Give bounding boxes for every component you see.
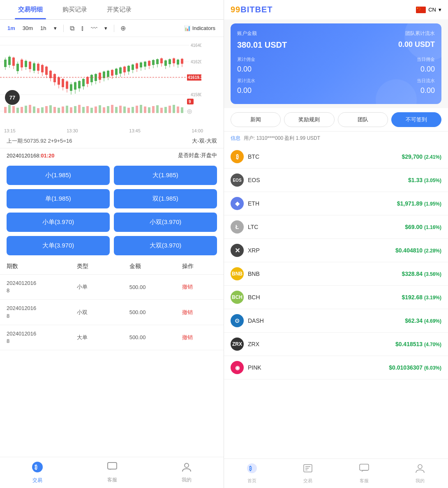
right-nav-service[interactable]: 客服	[359, 463, 369, 484]
team-button[interactable]: 团队	[338, 112, 388, 127]
bet-buttons-grid: 小(1.985) 大(1.985) 单(1.985) 双(1.985) 小单(3…	[0, 162, 224, 259]
tab-lottery-record[interactable]: 开奖记录	[97, 0, 141, 19]
svg-rect-72	[41, 65, 44, 72]
eth-price: $1,971.89 (1.95%)	[397, 200, 441, 207]
btc-icon: ₿	[231, 150, 244, 163]
bch-price: $192.68 (3.19%)	[402, 294, 441, 301]
nav-profile-label: 我的	[182, 476, 192, 483]
svg-rect-94	[86, 77, 89, 84]
svg-rect-96	[90, 75, 93, 82]
svg-rect-29	[86, 106, 89, 113]
rewards-button[interactable]: 奖励规则	[284, 112, 334, 127]
right-nav-profile-label: 我的	[416, 478, 425, 484]
svg-rect-43	[144, 106, 146, 113]
bet-large[interactable]: 大(1.985)	[114, 166, 217, 185]
bet-large-even[interactable]: 大双(3.970)	[114, 236, 217, 255]
svg-rect-50	[173, 105, 175, 113]
cum-flow-label: 累计流水	[237, 78, 255, 84]
bet-small-odd[interactable]: 小单(3.970)	[7, 213, 110, 232]
svg-rect-31	[95, 106, 97, 113]
row3-cancel[interactable]: 撤销	[182, 334, 217, 341]
crypto-xrp[interactable]: ✕ XRP $0.404810 (2.28%)	[224, 239, 448, 262]
svg-rect-124	[148, 61, 150, 66]
nav-profile[interactable]: 我的	[181, 462, 192, 483]
account-card: 账户金额 团队累计流水 380.01 USDT 0.00 USDT 累计佣金 当…	[231, 23, 441, 104]
svg-rect-82	[62, 79, 64, 87]
eos-price: $1.33 (3.05%)	[408, 177, 441, 183]
svg-text:◎: ◎	[187, 108, 192, 114]
col-action: 操作	[182, 263, 217, 270]
checkin-button[interactable]: 不可签到	[391, 112, 441, 127]
time-30m[interactable]: 30m	[20, 24, 35, 32]
zrx-price: $0.418513 (4.70%)	[395, 341, 441, 347]
row2-cancel[interactable]: 撤销	[182, 309, 217, 316]
tab-buy-record[interactable]: 购买记录	[53, 0, 97, 19]
lang-selector[interactable]: CN ▾	[416, 7, 441, 13]
time-1h[interactable]: 1h	[38, 24, 48, 32]
chat-icon	[107, 462, 118, 475]
svg-text:41640.00: 41640.00	[191, 43, 201, 48]
svg-rect-116	[132, 65, 134, 70]
bet-large-odd[interactable]: 大单(3.970)	[7, 236, 110, 255]
last-period-result: 大-双-大双	[192, 137, 217, 145]
svg-rect-86	[70, 84, 72, 91]
bet-even[interactable]: 双(1.985)	[114, 189, 217, 208]
crypto-bch[interactable]: BCH BCH $192.68 (3.19%)	[224, 286, 448, 309]
chart-type-line[interactable]: 〰	[89, 23, 99, 33]
svg-rect-10	[8, 105, 11, 113]
chart-type-bars[interactable]: ⧉	[68, 23, 76, 33]
crypto-eos[interactable]: EOS EOS $1.33 (3.05%)	[224, 169, 448, 192]
right-nav-profile[interactable]: 我的	[415, 463, 425, 484]
time-dropdown[interactable]: ▾	[51, 24, 59, 32]
svg-text:41620.00: 41620.00	[191, 60, 201, 64]
svg-rect-138	[177, 60, 179, 65]
balance-value: 380.01 USDT	[237, 40, 287, 50]
right-nav-trade[interactable]: 交易	[303, 463, 313, 484]
right-nav-home[interactable]: ₿ 首页	[247, 463, 257, 484]
svg-rect-23	[62, 106, 64, 113]
svg-rect-17	[37, 108, 39, 113]
indicators-button[interactable]: 📊 Indicators	[181, 24, 219, 32]
tab-trading-detail[interactable]: 交易明细	[8, 0, 53, 19]
crypto-eth[interactable]: ◆ ETH $1,971.89 (1.95%)	[224, 192, 448, 215]
add-indicator-btn[interactable]: ⊕	[118, 23, 128, 33]
time-1m[interactable]: 1m	[5, 24, 18, 32]
news-button[interactable]: 新闻	[231, 112, 281, 127]
cum-flow-value: 0.00	[237, 86, 252, 95]
ltc-price: $69.00 (1.16%)	[405, 224, 441, 230]
svg-rect-44	[148, 107, 150, 113]
svg-rect-108	[115, 69, 118, 75]
bet-odd[interactable]: 单(1.985)	[7, 189, 110, 208]
nav-service[interactable]: 客服	[107, 462, 118, 483]
crypto-pink[interactable]: ◉ PINK $0.01036307 (6.03%)	[224, 356, 448, 379]
balance-label: 账户金额	[237, 30, 257, 37]
crypto-btc[interactable]: ₿ BTC $29,700 (2.41%)	[224, 145, 448, 169]
chart-more-dropdown[interactable]: ▾	[102, 24, 110, 32]
crypto-zrx[interactable]: ZRX ZRX $0.418513 (4.70%)	[224, 333, 448, 356]
crypto-bnb[interactable]: BNB BNB $328.84 (3.56%)	[224, 262, 448, 286]
chart-type-candle[interactable]: ⫿	[79, 23, 86, 33]
svg-rect-41	[136, 106, 138, 113]
pink-icon: ◉	[231, 361, 244, 374]
pink-price: $0.01036307 (6.03%)	[389, 364, 441, 371]
crypto-dash[interactable]: ⊙ DASH $62.34 (4.69%)	[224, 309, 448, 333]
svg-rect-32	[99, 105, 101, 113]
svg-rect-16	[33, 106, 35, 113]
ltc-name: LTC	[248, 224, 258, 230]
bet-small[interactable]: 小(1.985)	[7, 166, 110, 185]
col-amount: 金额	[129, 263, 182, 270]
today-flow-label: 当日流水	[417, 78, 435, 84]
bet-small-even[interactable]: 小双(3.970)	[114, 213, 217, 232]
right-trade-icon	[303, 463, 313, 476]
nav-trade[interactable]: ₿ 交易	[32, 461, 43, 484]
row1-cancel[interactable]: 撤销	[182, 283, 217, 291]
row2-type: 小双	[77, 309, 129, 316]
nav-trade-label: 交易	[32, 477, 42, 484]
left-bottom-nav: ₿ 交易 客服 我的	[0, 457, 224, 488]
xrp-name: XRP	[248, 247, 260, 254]
dash-icon: ⊙	[231, 314, 244, 327]
right-bitcoin-icon: ₿	[247, 463, 257, 476]
svg-rect-11	[12, 106, 15, 113]
crypto-ltc[interactable]: Ł LTC $69.00 (1.16%)	[224, 215, 448, 239]
svg-rect-30	[90, 108, 93, 113]
